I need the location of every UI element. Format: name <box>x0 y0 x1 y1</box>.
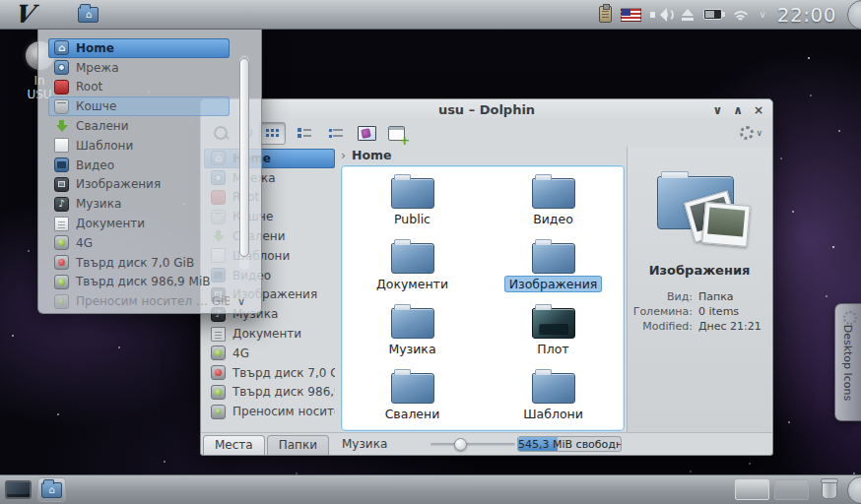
info-panel-row: Modified: Днес 21:21 <box>628 320 771 333</box>
info-panel-details: Вид: Папка Големина: 0 items Modified: Д… <box>628 290 771 333</box>
popup-scrollbar-thumb[interactable] <box>239 58 249 257</box>
places-popup-item[interactable]: Документи <box>48 214 230 233</box>
scroll-more-chevron-icon: ∨ <box>237 296 245 307</box>
places-popup-item[interactable]: Шаблони <box>48 136 230 156</box>
window-buttons: ∨ ∧ × <box>712 99 763 120</box>
places-popup-list: Home Мрежа Root Кошче Свалени Шаблони <box>38 38 261 311</box>
places-panel-item-label: Документи <box>232 327 301 341</box>
folder-item[interactable]: Изображения <box>483 236 624 301</box>
pager-desktop-2[interactable] <box>774 479 809 500</box>
titlebar[interactable]: usu – Dolphin ∨ ∧ × <box>201 99 772 120</box>
folder-item[interactable]: Public <box>342 171 483 236</box>
folder-view-handle[interactable]: Desktop Icons <box>834 303 861 421</box>
places-panel-item[interactable]: 4G <box>204 344 335 363</box>
places-popup-item[interactable]: Home <box>48 38 230 58</box>
home-folder-icon <box>78 7 99 23</box>
breadcrumb: › Home <box>341 148 392 162</box>
show-desktop-icon[interactable] <box>5 480 32 499</box>
battery-icon[interactable] <box>703 9 722 20</box>
status-bar: МестаПапки Музика 545,3 MiB свободни <box>201 432 772 455</box>
close-button[interactable]: × <box>754 104 763 116</box>
removable-icon <box>54 294 69 309</box>
places-popup-item-label: Свалени <box>76 119 129 133</box>
clock[interactable]: 22:00 <box>777 3 836 27</box>
places-popup-item[interactable]: Кошче <box>48 96 230 116</box>
tray-expand-chevron-icon[interactable]: ∨ <box>760 10 766 20</box>
chevron-down-icon: ∨ <box>756 128 762 138</box>
network-folder-icon <box>54 60 69 75</box>
folder-item[interactable]: Документи <box>342 236 483 301</box>
panel-toolbox-cashew-bottom[interactable] <box>847 476 861 504</box>
panel-tabs: МестаПапки <box>203 435 331 455</box>
documents-icon <box>211 327 226 342</box>
info-row-label: Големина: <box>628 305 693 318</box>
places-panel-item[interactable]: Документи <box>204 324 335 344</box>
places-popup-item[interactable]: Музика <box>48 194 230 214</box>
trash-icon[interactable] <box>822 481 837 499</box>
music-icon <box>54 197 69 212</box>
zoom-slider[interactable] <box>430 443 515 446</box>
places-popup: Home Мрежа Root Кошче Свалени Шаблони <box>37 30 262 314</box>
split-view-button[interactable] <box>388 126 405 141</box>
panel-tab[interactable]: Папки <box>267 435 329 455</box>
places-popup-item[interactable]: Видео <box>48 156 230 175</box>
info-row-value: 0 items <box>698 305 739 318</box>
minimize-button[interactable]: ∨ <box>712 104 722 116</box>
templates-icon <box>54 138 69 153</box>
compact-view-button[interactable] <box>291 122 317 145</box>
folder-view[interactable]: Public Видео Документи Изображения Музик… <box>341 165 625 431</box>
folder-item[interactable]: Свалени <box>342 366 483 431</box>
places-popup-item[interactable]: Мрежа <box>48 58 230 78</box>
dolphin-window: usu – Dolphin ∨ ∧ × ↻ ∨ › Home <box>200 98 773 456</box>
folder-item[interactable]: Плот <box>483 301 624 366</box>
panel-toolbox-cashew[interactable] <box>847 0 861 30</box>
maximize-button[interactable]: ∧ <box>733 104 743 116</box>
places-popup-item-label: Преносим носител … GiB <box>76 294 230 308</box>
folder-grid: Public Видео Документи Изображения Музик… <box>342 166 624 431</box>
disk-green-icon <box>54 275 69 289</box>
wifi-icon[interactable] <box>731 7 751 22</box>
volume-icon[interactable] <box>650 7 672 23</box>
zoom-slider-handle[interactable] <box>454 438 467 451</box>
keyboard-layout-us-flag-icon[interactable] <box>621 8 641 22</box>
free-space-text: 545,3 MiB свободни <box>518 437 621 452</box>
icons-view-button[interactable] <box>259 122 286 145</box>
places-popup-item[interactable]: Изображения <box>48 175 230 195</box>
info-row-label: Modified: <box>628 320 693 333</box>
clipboard-icon[interactable] <box>599 6 612 23</box>
control-menu-button[interactable]: ∨ <box>740 126 762 140</box>
places-panel-item[interactable]: Преносим носител ... <box>204 402 335 421</box>
places-widget-button[interactable] <box>78 7 99 23</box>
places-popup-item[interactable]: Root <box>48 78 230 97</box>
places-popup-item[interactable]: Твърд диск 986,9 MiB <box>48 273 230 292</box>
downloads-icon <box>54 119 69 134</box>
places-panel-item-label: Преносим носител ... <box>232 405 335 418</box>
places-popup-item[interactable]: Преносим носител … GiB <box>48 291 230 311</box>
folder-icon <box>391 243 434 274</box>
folder-item[interactable]: Шаблони <box>483 366 624 431</box>
popup-scrollbar[interactable] <box>239 55 249 270</box>
places-popup-item-label: Кошче <box>76 99 116 113</box>
folder-item[interactable]: Музика <box>342 301 483 366</box>
places-popup-item[interactable]: 4G <box>48 233 230 253</box>
info-panel-row: Вид: Папка <box>628 290 771 303</box>
info-panel-title: Изображения <box>628 263 771 278</box>
task-dolphin-button[interactable] <box>37 477 66 502</box>
places-popup-item[interactable]: Свалени <box>48 116 230 136</box>
pager-desktop-1[interactable] <box>735 479 769 500</box>
breadcrumb-home[interactable]: Home <box>352 148 392 162</box>
panel-tab[interactable]: Места <box>203 435 265 455</box>
icons-view-icon <box>266 129 279 137</box>
details-view-button[interactable] <box>322 122 349 145</box>
folder-item[interactable]: Видео <box>483 171 624 236</box>
breadcrumb-chevron-icon: › <box>341 148 346 162</box>
eject-icon[interactable] <box>681 8 695 22</box>
preview-button[interactable] <box>354 122 380 145</box>
places-panel-item[interactable]: Твърд диск 986,9 ... <box>204 383 335 403</box>
folder-item-label: Свалени <box>381 407 444 421</box>
launcher-logo[interactable]: V <box>12 2 35 27</box>
folder-item-label: Музика <box>384 342 439 356</box>
places-popup-item[interactable]: Твърд диск 7,0 GiB <box>48 253 230 273</box>
places-popup-item-label: Музика <box>76 197 121 211</box>
places-panel-item[interactable]: Твърд диск 7,0 GiB <box>204 363 335 383</box>
